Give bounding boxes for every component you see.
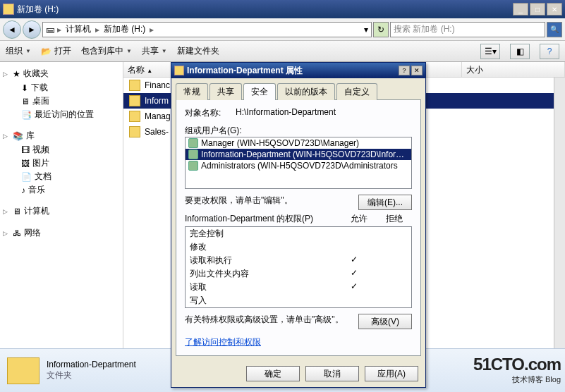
- sidebar-item-downloads[interactable]: ⬇下载: [21, 81, 120, 94]
- watermark: 51CTO.com 技术博客 Blog: [473, 355, 561, 385]
- group-icon: [188, 149, 198, 159]
- search-button[interactable]: 🔍: [547, 22, 562, 37]
- learn-more-link[interactable]: 了解访问控制和权限: [185, 336, 261, 348]
- drive-icon: [3, 4, 14, 15]
- permission-name: 读取: [190, 281, 336, 293]
- tab-general[interactable]: 常规: [176, 83, 208, 100]
- help-button[interactable]: ?: [540, 44, 559, 59]
- tab-security[interactable]: 安全: [243, 83, 276, 100]
- tab-sharing[interactable]: 共享: [209, 83, 242, 100]
- desktop-icon: 🖥: [21, 97, 30, 106]
- organize-menu[interactable]: 组织▼: [6, 45, 31, 57]
- permission-row[interactable]: 修改: [186, 240, 411, 254]
- properties-dialog: Information-Department 属性 ? ✕ 常规 共享 安全 以…: [171, 62, 426, 388]
- permissions-for-label: Information-Department 的权限(P): [185, 213, 341, 225]
- object-name-label: 对象名称:: [185, 107, 230, 119]
- ok-button[interactable]: 确定: [246, 366, 300, 381]
- folder-icon: [129, 126, 140, 137]
- advanced-button[interactable]: 高级(V): [358, 314, 412, 329]
- back-button[interactable]: ◄: [3, 20, 21, 39]
- open-icon: 📂: [41, 47, 51, 56]
- library-icon: 📚: [13, 131, 23, 141]
- allow-cell: [336, 295, 372, 307]
- group-icon: [188, 161, 198, 171]
- permission-row[interactable]: 完全控制: [186, 227, 411, 240]
- column-allow: 允许: [341, 213, 377, 226]
- sidebar-item-videos[interactable]: 🎞视频: [21, 143, 120, 157]
- column-size[interactable]: 大小: [462, 62, 565, 77]
- chevron-right-icon: ▸: [95, 25, 99, 35]
- minimize-button[interactable]: _: [513, 3, 528, 16]
- document-icon: 📄: [21, 172, 32, 182]
- edit-button[interactable]: 编辑(E)...: [358, 195, 412, 210]
- network-icon: 🖧: [13, 228, 21, 238]
- crumb-computer[interactable]: 计算机: [64, 23, 92, 35]
- folder-icon: [129, 80, 140, 91]
- tab-customize[interactable]: 自定义: [336, 83, 377, 100]
- scrollbar[interactable]: [554, 78, 565, 348]
- sidebar-item-pictures[interactable]: 🖼图片: [21, 157, 120, 170]
- dialog-close-button[interactable]: ✕: [411, 66, 423, 75]
- folder-icon: [174, 66, 184, 75]
- refresh-button[interactable]: ↻: [373, 22, 389, 37]
- sidebar-computer[interactable]: ▷🖥计算机: [3, 204, 120, 219]
- permission-name: 列出文件夹内容: [190, 268, 336, 280]
- recent-icon: 📑: [21, 110, 32, 120]
- forward-button[interactable]: ►: [23, 20, 41, 39]
- permission-row[interactable]: 写入: [186, 294, 411, 307]
- maximize-button[interactable]: □: [530, 3, 545, 16]
- crumb-drive[interactable]: 新加卷 (H:): [102, 23, 147, 35]
- close-button[interactable]: ✕: [547, 3, 562, 16]
- allow-cell: ✓: [336, 255, 372, 267]
- tab-previous-versions[interactable]: 以前的版本: [277, 83, 335, 100]
- deny-cell: [372, 281, 407, 293]
- folder-icon: [129, 111, 140, 122]
- music-icon: ♪: [21, 185, 25, 195]
- sidebar-item-recent[interactable]: 📑最近访问的位置: [21, 108, 120, 121]
- apply-button[interactable]: 应用(A): [365, 366, 418, 381]
- object-name-value: H:\Information-Department: [236, 107, 336, 119]
- deny-cell: [372, 255, 407, 267]
- allow-cell: ✓: [336, 268, 372, 280]
- group-item[interactable]: Manager (WIN-H5QSOVD723D\Manager): [186, 137, 411, 149]
- share-menu[interactable]: 共享▼: [142, 45, 167, 57]
- dialog-help-button[interactable]: ?: [399, 66, 410, 75]
- group-item[interactable]: Administrators (WIN-H5QSOVD723D\Administ…: [186, 160, 411, 171]
- cancel-button[interactable]: 取消: [305, 366, 359, 381]
- search-input[interactable]: 搜索 新加卷 (H:): [390, 22, 545, 37]
- permission-name: 读取和执行: [190, 255, 336, 267]
- toolbar: 组织▼ 📂打开 包含到库中▼ 共享▼ 新建文件夹 ☰▾ ◧ ?: [0, 41, 565, 62]
- open-button[interactable]: 📂打开: [41, 45, 71, 57]
- dropdown-icon[interactable]: ▾: [364, 25, 368, 35]
- permissions-listbox[interactable]: 完全控制修改读取和执行✓列出文件夹内容✓读取✓写入: [185, 226, 412, 308]
- permission-name: 完全控制: [190, 228, 336, 240]
- dialog-title: Information-Department 属性: [187, 65, 399, 77]
- window-controls: _ □ ✕: [513, 3, 562, 16]
- folder-icon: [129, 95, 140, 106]
- window-titlebar: 新加卷 (H:) _ □ ✕: [0, 0, 565, 18]
- sidebar-network[interactable]: ▷🖧网络: [3, 226, 120, 240]
- sidebar-item-music[interactable]: ♪音乐: [21, 183, 120, 197]
- permission-row[interactable]: 读取和执行✓: [186, 254, 411, 267]
- edit-hint: 要更改权限，请单击"编辑"。: [185, 195, 358, 210]
- group-item[interactable]: Information-Department (WIN-H5QSOVD723D\…: [186, 149, 411, 160]
- sidebar-favorites[interactable]: ▷★收藏夹: [3, 66, 120, 81]
- deny-cell: [372, 268, 407, 280]
- dialog-tabs: 常规 共享 安全 以前的版本 自定义: [171, 78, 425, 99]
- sidebar-item-documents[interactable]: 📄文档: [21, 170, 120, 183]
- groups-listbox[interactable]: Manager (WIN-H5QSOVD723D\Manager) Inform…: [185, 137, 412, 189]
- search-placeholder: 搜索 新加卷 (H:): [394, 23, 455, 35]
- view-options-button[interactable]: ☰▾: [480, 44, 500, 59]
- window-title: 新加卷 (H:): [17, 4, 513, 16]
- advanced-hint: 有关特殊权限或高级设置，请单击"高级"。: [185, 314, 358, 329]
- preview-pane-button[interactable]: ◧: [510, 44, 530, 59]
- new-folder-button[interactable]: 新建文件夹: [177, 45, 219, 57]
- permission-row[interactable]: 列出文件夹内容✓: [186, 267, 411, 281]
- column-deny: 拒绝: [377, 213, 412, 226]
- permission-row[interactable]: 读取✓: [186, 281, 411, 294]
- sidebar-libraries[interactable]: ▷📚库: [3, 128, 120, 143]
- breadcrumb[interactable]: 🖴 ▸ 计算机 ▸ 新加卷 (H:) ▸ ▾: [42, 22, 372, 37]
- allow-cell: ✓: [336, 281, 372, 293]
- sidebar-item-desktop[interactable]: 🖥桌面: [21, 94, 120, 108]
- include-in-library-menu[interactable]: 包含到库中▼: [81, 45, 132, 57]
